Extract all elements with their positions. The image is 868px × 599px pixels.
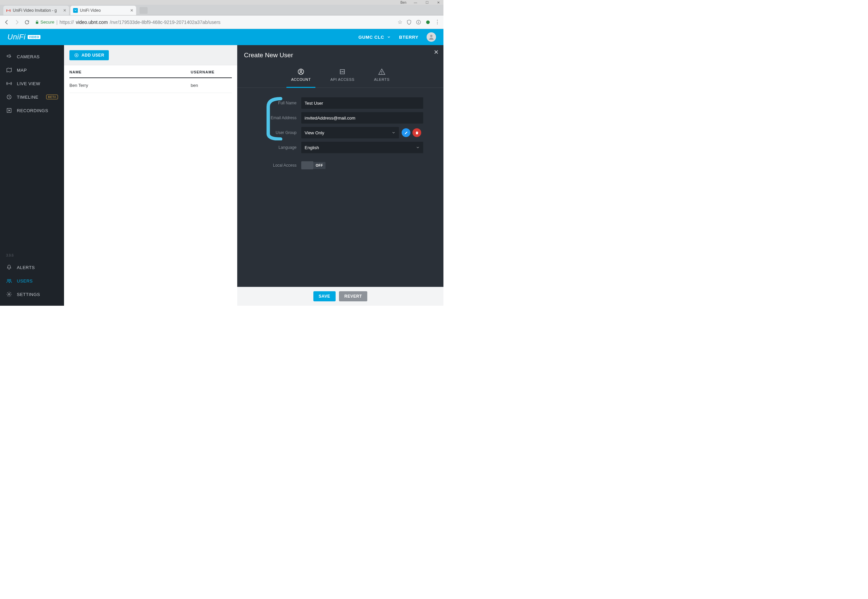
local-access-toggle[interactable]: OFF — [301, 161, 326, 170]
org-name: GUMC CLC — [359, 35, 384, 40]
browser-tab[interactable]: UniFi Video Invitation - g ✕ — [3, 6, 69, 15]
bell-icon — [6, 264, 12, 270]
email-input[interactable] — [301, 112, 423, 123]
user-group-select[interactable]: View Only — [301, 127, 399, 138]
save-button[interactable]: SAVE — [313, 291, 336, 301]
label-email: Email Address — [244, 116, 301, 120]
svg-rect-3 — [418, 21, 418, 21]
unifi-icon — [73, 8, 78, 13]
browser-tab-strip: UniFi Video Invitation - g ✕ UniFi Video… — [0, 5, 444, 15]
extension-circle-icon[interactable] — [425, 20, 431, 25]
person-icon — [428, 34, 435, 41]
close-icon[interactable]: ✕ — [434, 48, 439, 56]
map-icon — [6, 67, 12, 73]
alert-icon — [378, 68, 385, 75]
svg-point-6 — [9, 83, 10, 84]
window-titlebar: Ben — ☐ ✕ — [0, 0, 444, 5]
full-name-input[interactable] — [301, 97, 423, 109]
sidebar-item-timeline[interactable]: TIMELINE BETA — [0, 90, 64, 104]
sidebar-item-settings[interactable]: SETTINGS — [0, 287, 64, 301]
window-minimize-icon[interactable]: — — [413, 1, 418, 5]
tab-label: ACCOUNT — [291, 77, 311, 81]
label-user-group: User Group — [244, 130, 301, 135]
tab-api-access[interactable]: API ACCESS — [329, 65, 355, 84]
sidebar-item-alerts[interactable]: ALERTS — [0, 260, 64, 274]
version-label: 3.9.6 — [0, 250, 64, 260]
tab-alerts[interactable]: ALERTS — [373, 65, 391, 84]
gear-icon — [6, 291, 12, 297]
language-value: English — [305, 145, 319, 150]
svg-point-9 — [8, 280, 9, 281]
cell-name: Ben Terry — [69, 83, 191, 88]
chevron-down-icon — [391, 131, 396, 135]
sidebar-item-label: USERS — [17, 278, 33, 283]
sidebar: CAMERAS MAP LIVE VIEW TIMELINE BETA RECO… — [0, 45, 64, 306]
window-close-icon[interactable]: ✕ — [436, 1, 441, 5]
window-maximize-icon[interactable]: ☐ — [424, 1, 429, 5]
users-icon — [6, 278, 12, 284]
edit-group-button[interactable] — [402, 128, 411, 137]
svg-rect-18 — [382, 74, 382, 74]
logo-badge: VIDEO — [28, 35, 41, 39]
user-group-value: View Only — [305, 130, 324, 135]
menu-dots-icon[interactable]: ⋮ — [435, 19, 440, 25]
tab-close-icon[interactable]: ✕ — [63, 8, 66, 13]
tab-account[interactable]: ACCOUNT — [290, 65, 312, 84]
clock-icon — [6, 94, 12, 100]
avatar[interactable] — [427, 32, 436, 42]
svg-point-16 — [342, 71, 343, 72]
svg-point-14 — [300, 70, 302, 72]
table-row[interactable]: Ben Terry ben — [69, 78, 232, 93]
extension-shield-icon[interactable] — [406, 20, 412, 25]
bookmark-star-icon[interactable]: ☆ — [398, 19, 402, 25]
chevron-down-icon — [416, 146, 420, 149]
gmail-icon — [6, 8, 11, 13]
sidebar-item-label: TIMELINE — [17, 95, 38, 100]
svg-rect-2 — [418, 21, 418, 23]
url-host: video.ubnt.com — [76, 20, 108, 25]
forward-icon[interactable] — [14, 19, 20, 26]
username-label: BTERRY — [399, 35, 418, 40]
tab-title: UniFi Video Invitation - g — [13, 8, 61, 13]
sidebar-item-map[interactable]: MAP — [0, 63, 64, 77]
profile-name: Ben — [400, 1, 406, 5]
user-menu[interactable]: BTERRY — [399, 35, 418, 40]
secure-indicator: Secure — [35, 20, 54, 24]
svg-point-5 — [430, 35, 433, 37]
address-bar[interactable]: Secure | https://video.ubnt.com/nvr/1795… — [34, 18, 394, 27]
plus-circle-icon — [74, 53, 79, 57]
sidebar-item-users[interactable]: USERS — [0, 274, 64, 287]
sidebar-item-recordings[interactable]: RECORDINGS — [0, 104, 64, 117]
back-icon[interactable] — [3, 19, 10, 26]
org-dropdown[interactable]: GUMC CLC — [359, 35, 391, 40]
new-tab-button[interactable] — [139, 7, 148, 14]
trash-icon — [415, 131, 419, 135]
sidebar-item-cameras[interactable]: CAMERAS — [0, 50, 64, 63]
revert-button[interactable]: REVERT — [339, 291, 367, 301]
tab-label: ALERTS — [374, 77, 389, 81]
label-language: Language — [244, 145, 301, 150]
broadcast-icon — [6, 80, 12, 87]
browser-tab[interactable]: UniFi Video ✕ — [70, 6, 136, 15]
svg-point-4 — [426, 20, 430, 24]
reload-icon[interactable] — [24, 19, 30, 26]
sidebar-item-liveview[interactable]: LIVE VIEW — [0, 77, 64, 90]
users-toolbar: ADD USER — [64, 45, 237, 65]
sidebar-item-label: RECORDINGS — [17, 108, 48, 113]
users-table-header: NAME USERNAME — [69, 65, 232, 78]
tab-close-icon[interactable]: ✕ — [130, 8, 133, 13]
language-select[interactable]: English — [301, 142, 423, 153]
create-user-drawer: ✕ Create New User ACCOUNT API ACCESS ALE… — [237, 45, 444, 306]
sidebar-item-label: SETTINGS — [17, 292, 40, 297]
app-logo[interactable]: UniFi VIDEO — [8, 33, 41, 41]
url-path: /nvr/179533de-8bf9-468c-9219-2071402a37a… — [110, 20, 220, 25]
tab-label: API ACCESS — [330, 77, 354, 81]
delete-group-button[interactable] — [412, 128, 421, 137]
add-user-button[interactable]: ADD USER — [69, 50, 109, 60]
api-icon — [339, 68, 346, 75]
logo-text: UniFi — [8, 33, 26, 41]
sidebar-item-label: CAMERAS — [17, 54, 40, 59]
add-user-label: ADD USER — [82, 53, 104, 57]
col-username-header: USERNAME — [191, 70, 232, 74]
info-icon[interactable] — [416, 20, 421, 25]
